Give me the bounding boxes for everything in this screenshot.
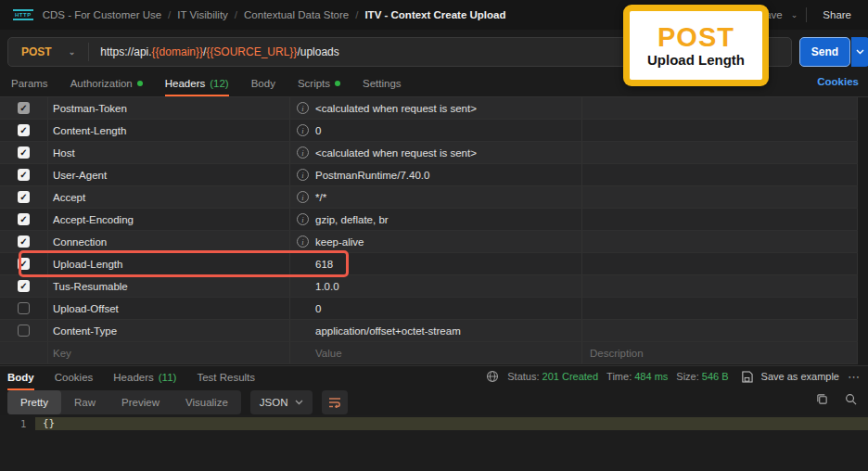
callout-title: POST: [657, 23, 734, 51]
row-checkbox[interactable]: [18, 213, 30, 225]
header-value-cell[interactable]: i PostmanRuntime/7.40.0: [290, 164, 582, 185]
response-tab-headers[interactable]: Headers(11): [113, 366, 176, 388]
row-checkbox[interactable]: [18, 191, 30, 203]
header-description[interactable]: [582, 142, 858, 163]
header-description[interactable]: [582, 298, 858, 319]
row-checkbox[interactable]: [18, 146, 30, 159]
tab-authorization[interactable]: Authorization: [70, 72, 143, 95]
breadcrumb-request-name[interactable]: ITV - Context Create Upload: [364, 9, 505, 20]
send-button[interactable]: Send: [799, 37, 850, 67]
header-value-cell[interactable]: i */*: [290, 186, 582, 208]
header-key[interactable]: Accept-Encoding: [48, 209, 290, 230]
header-description[interactable]: [582, 164, 858, 185]
header-key[interactable]: User-Agent: [48, 164, 290, 185]
header-value-cell[interactable]: i <calculated when request is sent>: [290, 142, 582, 163]
more-actions-icon[interactable]: ⋯: [848, 370, 861, 384]
response-body-editor[interactable]: 1 {}: [0, 415, 868, 471]
header-key[interactable]: Content-Length: [48, 120, 290, 141]
header-description[interactable]: [582, 231, 858, 252]
header-value-cell[interactable]: i 0: [290, 298, 582, 319]
header-value-cell[interactable]: i gzip, deflate, br: [290, 209, 582, 230]
view-tab-preview[interactable]: Preview: [108, 390, 172, 414]
header-value-cell[interactable]: i 618: [290, 253, 582, 274]
view-tab-raw[interactable]: Raw: [61, 390, 108, 414]
row-checkbox[interactable]: [18, 102, 30, 114]
row-checkbox-cell: [0, 320, 48, 341]
cookies-link[interactable]: Cookies: [817, 76, 859, 87]
row-checkbox[interactable]: [18, 169, 30, 181]
header-key[interactable]: Postman-Token: [48, 97, 290, 119]
header-row: Host i <calculated when request is sent>: [0, 142, 858, 164]
network-globe-icon[interactable]: [486, 370, 499, 383]
new-header-row[interactable]: Key Value Description: [0, 342, 858, 364]
breadcrumb-collection[interactable]: CDS - For Customer Use: [43, 9, 161, 20]
search-icon[interactable]: [845, 393, 857, 405]
share-button[interactable]: Share: [815, 6, 859, 24]
header-key[interactable]: Content-Type: [48, 320, 290, 341]
divider: [88, 43, 89, 61]
format-dropdown[interactable]: JSON: [250, 390, 313, 414]
header-value-cell[interactable]: i application/offset+octet-stream: [290, 320, 582, 341]
save-as-example-button[interactable]: Save as example: [761, 371, 839, 382]
header-value-cell[interactable]: i 0: [290, 120, 582, 141]
wrap-text-button[interactable]: [322, 390, 348, 414]
header-value-cell[interactable]: i 1.0.0: [290, 275, 582, 297]
row-checkbox[interactable]: [18, 325, 30, 337]
header-description[interactable]: [582, 120, 858, 141]
header-description[interactable]: [582, 186, 858, 208]
info-icon: i: [297, 146, 309, 159]
send-options-chevron-icon[interactable]: [851, 37, 868, 67]
key-input[interactable]: Key: [48, 342, 290, 363]
response-tab-test-results[interactable]: Test Results: [197, 366, 255, 388]
response-view-toolbar: Pretty Raw Preview Visualize JSON: [7, 390, 348, 414]
description-input[interactable]: Description: [582, 342, 858, 363]
header-row: Accept i */*: [0, 186, 858, 209]
header-description[interactable]: [582, 275, 858, 297]
tab-scripts[interactable]: Scripts: [298, 72, 340, 95]
header-description[interactable]: [582, 253, 858, 274]
header-value: 0: [315, 125, 321, 136]
row-checkbox[interactable]: [18, 302, 30, 314]
url-input[interactable]: https://api.{{domain}}/{{SOURCE_URL}}/up…: [100, 45, 339, 58]
header-key[interactable]: Accept: [48, 186, 290, 208]
tab-params[interactable]: Params: [11, 72, 48, 95]
view-tab-visualize[interactable]: Visualize: [172, 390, 241, 414]
copy-icon[interactable]: [816, 393, 828, 405]
headers-table: Postman-Token i <calculated when request…: [0, 96, 868, 364]
save-options-chevron-icon[interactable]: ⌄: [791, 10, 798, 19]
active-line-highlight: [35, 417, 868, 430]
header-value-cell[interactable]: i <calculated when request is sent>: [290, 97, 582, 119]
row-checkbox[interactable]: [18, 258, 30, 270]
row-checkbox-cell: [0, 164, 48, 185]
format-label: JSON: [260, 397, 288, 408]
breadcrumb-folder[interactable]: IT Visibility: [177, 9, 228, 20]
response-tab-cookies[interactable]: Cookies: [55, 366, 94, 388]
row-checkbox[interactable]: [18, 124, 30, 136]
row-checkbox-cell: [0, 120, 48, 141]
tab-body[interactable]: Body: [251, 72, 275, 95]
header-key[interactable]: Upload-Length: [48, 253, 290, 274]
header-description[interactable]: [582, 97, 858, 119]
header-key[interactable]: Upload-Offset: [48, 298, 290, 319]
response-tab-body[interactable]: Body: [7, 366, 34, 388]
header-value: application/offset+octet-stream: [315, 325, 461, 337]
header-key[interactable]: Host: [48, 142, 290, 163]
value-input[interactable]: Value: [290, 342, 582, 363]
header-row: Upload-Length i 618: [0, 253, 858, 275]
method-selector[interactable]: POST ⌄: [8, 45, 88, 58]
view-tab-pretty[interactable]: Pretty: [7, 390, 61, 414]
header-description[interactable]: [582, 320, 858, 341]
header-description[interactable]: [582, 209, 858, 230]
info-icon: i: [297, 191, 309, 203]
row-checkbox[interactable]: [18, 236, 30, 248]
http-request-icon: HTTP: [13, 9, 33, 20]
breadcrumb-subfolder[interactable]: Contextual Data Store: [244, 9, 349, 20]
header-key[interactable]: Tus-Resumable: [48, 275, 290, 297]
header-value-cell[interactable]: i keep-alive: [290, 231, 582, 252]
row-checkbox-cell: [0, 97, 48, 119]
tab-headers[interactable]: Headers(12): [165, 72, 229, 95]
header-key[interactable]: Connection: [48, 231, 290, 252]
headers-count-badge: (12): [210, 78, 228, 89]
row-checkbox[interactable]: [18, 280, 30, 292]
tab-settings[interactable]: Settings: [363, 72, 402, 95]
